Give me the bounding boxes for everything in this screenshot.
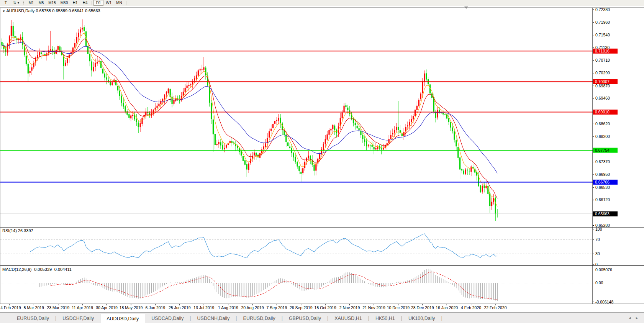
candle-body xyxy=(287,143,288,146)
date-axis-label: 30 Apr 2019 xyxy=(96,305,118,310)
level-price-label: 0.66706 xyxy=(595,180,610,184)
price-axis-label: 0.70290 xyxy=(595,71,610,75)
date-axis-label: 2 Nov 2019 xyxy=(339,305,360,310)
rsi-indicator-label: RSI(14) 26.3397 xyxy=(2,228,33,233)
candle-body xyxy=(467,170,468,171)
candle-body xyxy=(244,160,246,164)
macd-panel[interactable] xyxy=(0,266,644,304)
date-axis-label: 11 Apr 2019 xyxy=(72,305,93,310)
timeframe-button-H1[interactable]: H1 xyxy=(70,0,80,6)
date-axis-label: 28 Dec 2019 xyxy=(411,305,434,310)
tab-eurusd-daily[interactable]: EURUSD,Daily xyxy=(237,314,282,323)
candle-body xyxy=(205,68,206,75)
tab-scroll-right-icon[interactable]: ► xyxy=(635,316,639,320)
tab-hk50-h1[interactable]: HK50,H1 xyxy=(369,314,401,323)
candle-body xyxy=(416,106,418,110)
candle-body xyxy=(401,133,403,136)
candle-body xyxy=(310,156,311,161)
candle-body xyxy=(246,164,247,169)
candle-body xyxy=(213,120,214,134)
chart-canvas[interactable]: 0.710160.700070.690100.677540.667060.656… xyxy=(0,0,644,323)
timeframe-button-H4[interactable]: H4 xyxy=(80,0,90,6)
timeframe-button-M5[interactable]: M5 xyxy=(36,0,46,6)
candle-body xyxy=(175,98,176,101)
price-axis-label: 0.68200 xyxy=(595,134,610,139)
candle-body xyxy=(203,67,204,70)
date-axis-label: 5 Mar 2019 xyxy=(24,305,44,310)
candle-body xyxy=(342,113,343,118)
candle-body xyxy=(485,186,487,188)
timeframe-button-M1[interactable]: M1 xyxy=(26,0,36,6)
candle-body xyxy=(164,95,165,99)
candle-body xyxy=(216,144,218,145)
macd-indicator-label: MACD(12,26,9) -0.005339 -0.004411 xyxy=(2,267,72,272)
candle-body xyxy=(198,71,199,76)
candle-body xyxy=(215,134,216,145)
candle-body xyxy=(168,89,169,93)
text-tool-button[interactable]: T xyxy=(1,0,11,6)
candle-body xyxy=(224,148,225,149)
tab-usdchf-daily[interactable]: USDCHF,Daily xyxy=(56,314,100,323)
date-axis-label: 16 Jan 2020 xyxy=(436,305,458,310)
tab-separator: | xyxy=(441,313,442,323)
candle-body xyxy=(482,186,483,192)
rsi-panel[interactable] xyxy=(0,228,644,266)
candle-body xyxy=(237,146,238,148)
text-tool-icon: T xyxy=(5,1,7,5)
candle-body xyxy=(437,110,438,118)
candle-body xyxy=(388,139,390,143)
tab-eurusd-daily[interactable]: EURUSD,Daily xyxy=(11,314,55,323)
candle-body xyxy=(89,54,90,61)
price-axis-label: 0.66950 xyxy=(595,172,610,177)
candle-body xyxy=(355,123,356,125)
candle-body xyxy=(483,185,485,188)
candle-body xyxy=(325,139,326,144)
candle-body xyxy=(424,74,425,82)
timeframe-button-M30[interactable]: M30 xyxy=(58,0,70,6)
tab-usdcnh-daily[interactable]: USDCNH,Daily xyxy=(191,314,236,323)
candle-body xyxy=(84,27,85,31)
tab-uk100-daily[interactable]: UK100,Daily xyxy=(402,314,441,323)
macd-axis-label: 0.00 xyxy=(595,280,603,285)
candle-body xyxy=(123,103,124,107)
candle-body xyxy=(330,129,331,130)
date-axis-label: 18 May 2019 xyxy=(120,305,143,310)
candle-body xyxy=(128,114,129,118)
chart-plot-area[interactable] xyxy=(0,8,644,227)
candle-body xyxy=(422,81,423,93)
candle-body xyxy=(140,123,141,127)
candle-body xyxy=(190,84,191,85)
candle-body xyxy=(272,124,274,128)
timeframe-button-MN[interactable]: MN xyxy=(114,0,125,6)
candle-body xyxy=(370,145,371,146)
timeframe-button-M15[interactable]: M15 xyxy=(46,0,58,6)
candle-body xyxy=(256,152,257,154)
candle-body xyxy=(102,69,103,74)
pointer-tool-button[interactable]: ⇅ ▼ xyxy=(11,0,22,6)
tab-usdcad-daily[interactable]: USDCAD,Daily xyxy=(145,314,190,323)
collapse-chart-icon[interactable]: ▼ xyxy=(2,10,5,13)
candle-body xyxy=(381,148,382,149)
price-axis-label: 0.68620 xyxy=(595,121,610,126)
candle-body xyxy=(254,152,255,155)
candle-body xyxy=(409,122,410,126)
timeframe-button-W1[interactable]: W1 xyxy=(103,0,114,6)
price-axis-label: 0.71960 xyxy=(595,20,610,25)
candle-body xyxy=(293,153,294,157)
candle-body xyxy=(241,151,242,156)
toolbar-grip[interactable] xyxy=(23,1,25,5)
candle-body xyxy=(297,162,298,166)
tab-audusd-daily[interactable]: AUDUSD,Daily xyxy=(100,314,145,323)
candle-body xyxy=(491,202,492,206)
tab-xauusd-h1[interactable]: XAUUSD,H1 xyxy=(328,314,368,323)
candle-body xyxy=(125,106,126,111)
candle-body xyxy=(162,99,163,101)
candle-body xyxy=(141,118,143,124)
candle-body xyxy=(97,62,98,63)
candle-body xyxy=(413,116,414,120)
candle-body xyxy=(463,171,464,174)
tab-gbpusd-daily[interactable]: GBPUSD,Daily xyxy=(283,314,327,323)
price-axis-label: 0.66120 xyxy=(595,197,610,202)
tab-scroll-left-icon[interactable]: ◄ xyxy=(628,316,631,320)
timeframe-button-D1[interactable]: D1 xyxy=(93,0,103,6)
